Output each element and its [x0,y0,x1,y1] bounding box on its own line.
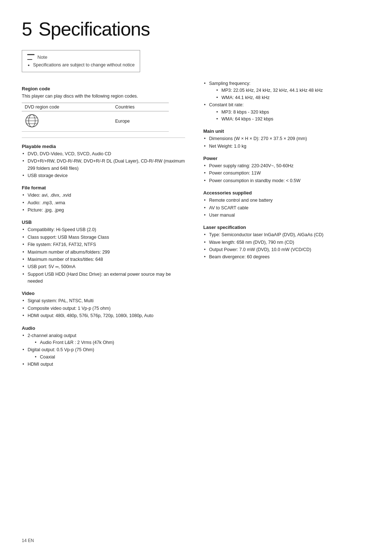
note-item: Specifications are subject to change wit… [33,62,135,67]
list-item: Class support: USB Mass Storage Class [22,234,185,241]
list-item: MP3: 8 kbps - 320 kbps [216,109,370,116]
audio-sublist: Audio Front L&R : 2 Vrms (47k Ohm) [28,339,185,346]
file-format-heading: File format [22,185,185,190]
usb-heading: USB [22,219,185,225]
main-content: Region code This player can play discs w… [22,80,370,370]
accessories-list: Remote control and one battery AV to SCA… [203,197,370,219]
audio-sublist: Coaxial [28,354,185,361]
list-item: Wave length: 658 nm (DVD), 790 nm (CD) [203,239,370,246]
list-item: Maximum number of albums/folders: 299 [22,249,185,256]
table-col-dvd: DVD region code [22,103,112,111]
note-icon [27,54,34,60]
list-item: WMA: 44.1 kHz, 48 kHz [216,94,370,101]
region-code-heading: Region code [22,86,185,91]
accessories-heading: Accessories supplied [203,190,370,196]
list-item: Power consumption in standby mode: < 0.5… [203,177,370,184]
list-item: DVD, DVD-Video, VCD, SVCD, Audio CD [22,151,185,157]
list-item: Picture: .jpg, .jpeg [22,207,185,214]
list-item: Type: Semiconductor laser InGaAIP (DVD),… [203,231,370,238]
list-item: Power supply rating: 220-240V~, 50-60Hz [203,163,370,169]
power-list: Power supply rating: 220-240V~, 50-60Hz … [203,163,370,184]
file-format-list: Video: avi, .divx, .xvid Audio: .mp3, .w… [22,192,185,214]
list-item: Digital output: 0.5 Vp-p (75 Ohm) Coaxia… [22,346,185,361]
list-item: Net Weight: 1.0 kg [203,143,370,150]
globe-icon [25,114,39,128]
list-item: WMA: 64 kbps - 192 kbps [216,116,370,123]
list-item: Signal system: PAL, NTSC, Multi [22,297,185,304]
table-row: Europe [22,111,169,131]
list-item: MP3: 22.05 kHz, 24 kHz, 32 kHz, 44.1 kHz… [216,87,370,94]
list-item: USB storage device [22,172,185,179]
list-item: Dimensions (W × H × D): 270 × 37.5 × 209… [203,135,370,142]
note-header: Note [27,54,135,60]
list-item: Audio: .mp3, .wma [22,200,185,206]
list-item: Support USB HDD (Hard Disc Drive): an ex… [22,271,185,285]
list-item: HDMI output: 480i, 480p, 576i, 576p, 720… [22,312,185,319]
main-unit-list: Dimensions (W × H × D): 270 × 37.5 × 209… [203,135,370,150]
note-label: Note [37,54,47,60]
list-item: File system: FAT16, FAT32, NTFS [22,241,185,248]
list-item: DVD+R/+RW, DVD-R/-RW, DVD+R/-R DL (Dual … [22,158,185,172]
audio-list: 2-channel analog output Audio Front L&R … [22,332,185,368]
list-item: Beam divergence: 60 degrees [203,254,370,260]
table-col-countries: Countries [112,103,169,111]
list-item: User manual [203,212,370,219]
playable-media-heading: Playable media [22,144,185,149]
list-item: Remote control and one battery [203,197,370,204]
sampling-outer-list: Sampling frequency: MP3: 22.05 kHz, 24 k… [203,80,370,123]
region-table: DVD region code Countries [22,103,169,132]
list-item: Compatibility: Hi-Speed USB (2.0) [22,226,185,233]
list-item: 2-channel analog output Audio Front L&R … [22,332,185,346]
list-item: AV to SCART cable [203,205,370,212]
list-item: Maximum number of tracks/titles: 648 [22,256,185,263]
constantbit-sublist: MP3: 8 kbps - 320 kbps WMA: 64 kbps - 19… [209,109,370,123]
right-column: Sampling frequency: MP3: 22.05 kHz, 24 k… [196,80,370,370]
region-icon-cell [22,111,112,131]
list-item: HDMI output [22,361,185,368]
list-item: Output Power: 7.0 mW (DVD), 10.0 mW (VCD… [203,246,370,253]
divider [22,138,185,138]
usb-list: Compatibility: Hi-Speed USB (2.0) Class … [22,226,185,285]
sampling-sublist: MP3: 22.05 kHz, 24 kHz, 32 kHz, 44.1 kHz… [209,87,370,101]
main-unit-heading: Main unit [203,128,370,134]
video-list: Signal system: PAL, NTSC, Multi Composit… [22,297,185,319]
page-title: 5Specifications [22,18,370,40]
left-column: Region code This player can play discs w… [22,80,196,370]
page-footer: 14 EN [22,538,34,543]
list-item: Coaxial [34,354,185,361]
note-box: Note Specifications are subject to chang… [22,50,140,72]
power-heading: Power [203,156,370,161]
list-item: Composite video output: 1 Vp-p (75 ohm) [22,305,185,312]
list-item: Power consumption: 11W [203,170,370,177]
list-item: Video: avi, .divx, .xvid [22,192,185,199]
video-heading: Video [22,291,185,296]
list-item: Audio Front L&R : 2 Vrms (47k Ohm) [34,339,185,346]
note-list: Specifications are subject to change wit… [27,62,135,67]
laser-heading: Laser specification [203,225,370,230]
list-item: Constant bit rate: MP3: 8 kbps - 320 kbp… [203,102,370,123]
laser-list: Type: Semiconductor laser InGaAIP (DVD),… [203,231,370,261]
list-item: USB port: 5V ═, 500mA [22,263,185,270]
playable-media-list: DVD, DVD-Video, VCD, SVCD, Audio CD DVD+… [22,151,185,180]
audio-heading: Audio [22,325,185,331]
list-item: Sampling frequency: MP3: 22.05 kHz, 24 k… [203,80,370,101]
region-countries: Europe [112,111,169,131]
region-code-desc: This player can play discs with the foll… [22,93,185,100]
